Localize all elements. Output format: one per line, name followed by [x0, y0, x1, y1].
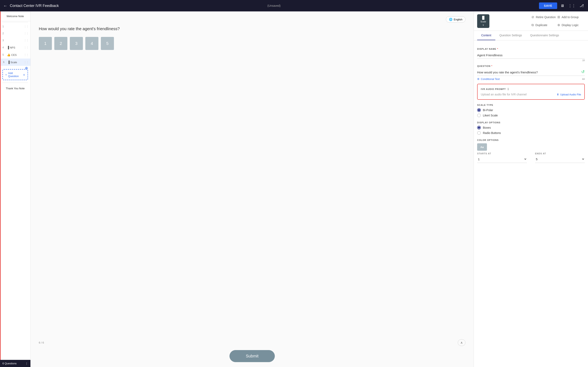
lang-icon: 🌐	[449, 18, 452, 21]
display-options: Boxes Radio Buttons	[477, 126, 585, 135]
required-star: *	[497, 48, 498, 50]
sidebar-item-q4[interactable]: 4 ▐ NPS ⋮⋮	[0, 44, 30, 51]
sidebar-item-thank-you[interactable]: Thank You Note	[0, 83, 30, 93]
retire-question-action[interactable]: ⊘ Retire Question	[531, 14, 555, 20]
sidebar-item-welcome[interactable]: Welcome Note	[0, 11, 30, 21]
drag-handle-2: ⋮⋮	[24, 32, 29, 35]
drag-handle-6: ⋮⋮	[24, 61, 29, 64]
starts-at-select[interactable]: 1 0	[477, 157, 527, 161]
radio-buttons-option[interactable]: Radio Buttons	[477, 131, 585, 135]
starts-at-select-row[interactable]: 1 0	[477, 156, 527, 163]
page-info: 6 / 6	[39, 341, 44, 344]
likert-label: Likert Scale	[483, 114, 498, 117]
nav-up-icon: ∧	[460, 341, 463, 344]
ends-at-col: ENDS AT 5 7 10	[535, 152, 585, 163]
boxes-label: Boxes	[483, 126, 491, 129]
refresh-icon[interactable]: ↺	[581, 69, 585, 74]
submit-button[interactable]: Submit	[229, 350, 275, 362]
conditional-text-button[interactable]: ⚙ Conditional Text	[477, 77, 500, 81]
bipolar-label: Bi-Polar	[483, 108, 493, 112]
ends-at-select-row[interactable]: 5 7 10	[535, 156, 585, 163]
save-button[interactable]: SAVE	[539, 2, 557, 9]
sidebar-item-q1[interactable]: 1 ⋮⋮	[0, 23, 30, 30]
sidebar-more-icon[interactable]: ⋮	[25, 362, 28, 365]
scale-box-4[interactable]: 4	[85, 37, 98, 50]
boxes-radio[interactable]	[477, 126, 481, 129]
scale-type-button[interactable]: ▐▌ Scale ∨	[477, 14, 489, 28]
page-title: Contact Center IVR Feedback	[10, 4, 263, 8]
sidebar-item-q2[interactable]: 2 ⋮⋮	[0, 30, 30, 37]
language-button[interactable]: 🌐 English	[446, 16, 466, 22]
display-name-count: 18	[477, 59, 585, 62]
retire-label: Retire Question	[536, 16, 555, 19]
questions-count: 6 Questions	[2, 362, 17, 365]
scale-box-1[interactable]: 1	[39, 37, 52, 50]
right-panel: ▐▌ Scale ∨ ⊘ Retire Question ⊞ Add to Gr…	[474, 11, 588, 367]
radio-buttons-label: Radio Buttons	[483, 131, 501, 134]
share-icon[interactable]: ⎇	[579, 3, 585, 9]
conditional-text-row: ⚙ Conditional Text 44	[477, 77, 585, 81]
tab-question-settings[interactable]: Question Settings	[495, 31, 526, 40]
sidebar-item-q3[interactable]: 3 ⋮⋮	[0, 37, 30, 44]
scale-box-2[interactable]: 2	[54, 37, 67, 50]
sidebar: Welcome Note 1 ⋮⋮ 2 ⋮⋮ 3 ⋮⋮ 4 ▐ NPS ⋮⋮ 5…	[0, 11, 31, 367]
scale-chevron-icon: ∨	[483, 24, 484, 26]
scale-box-5[interactable]: 5	[101, 37, 114, 50]
rp-tabs: Content Question Settings Questionnaire …	[474, 31, 588, 40]
menu-icon[interactable]: ⋮⋮	[567, 3, 576, 9]
question-label: QUESTION *	[477, 65, 585, 67]
add-question-circle[interactable]: ⊕	[25, 66, 28, 67]
scale-box-3[interactable]: 3	[70, 37, 83, 50]
sidebar-bottom: 6 Questions ⋮	[0, 360, 30, 367]
duplicate-label: Duplicate	[535, 24, 547, 27]
nav-up-button[interactable]: ∧	[458, 339, 466, 346]
display-logic-icon: ⊕	[557, 23, 560, 27]
rp-toolbar: ▐▌ Scale ∨ ⊘ Retire Question ⊞ Add to Gr…	[474, 11, 588, 31]
scale-icon: ▐	[8, 60, 9, 64]
drag-handle-4: ⋮⋮	[24, 46, 29, 49]
upload-label: Upload Audio File	[560, 93, 581, 96]
language-label: English	[454, 18, 462, 21]
upload-audio-button[interactable]: ⬆ Upload Audio File	[557, 93, 581, 96]
rp-actions: ⊘ Retire Question ⊞ Add to Group ⧉ Dupli…	[515, 14, 585, 28]
topbar: ← Contact Center IVR Feedback (Unsaved) …	[0, 0, 588, 11]
add-question-button[interactable]: + Add Question ∨	[2, 69, 28, 80]
bipolar-option[interactable]: Bi-Polar	[477, 108, 585, 112]
question-input[interactable]	[477, 69, 585, 76]
scale-toolbar-label: Scale	[480, 20, 486, 23]
unsaved-badge: (Unsaved)	[268, 4, 281, 7]
color-options-label: COLOR OPTIONS	[477, 139, 585, 141]
starts-at-label: STARTS AT	[477, 152, 527, 155]
likert-option[interactable]: Likert Scale	[477, 114, 585, 117]
color-swatch[interactable]: Aa	[477, 143, 487, 151]
tab-content[interactable]: Content	[477, 31, 495, 40]
boxes-option[interactable]: Boxes	[477, 126, 585, 129]
tab-questionnaire-settings[interactable]: Questionnaire Settings	[526, 31, 563, 40]
drag-handle-3: ⋮⋮	[24, 39, 29, 42]
duplicate-action[interactable]: ⧉ Duplicate	[531, 22, 555, 28]
likert-radio[interactable]	[477, 114, 481, 117]
display-logic-action[interactable]: ⊕ Display Logic	[557, 22, 581, 28]
question-display: How would you rate the agent's friendlin…	[39, 26, 466, 31]
bipolar-radio[interactable]	[477, 108, 481, 112]
main-layout: Welcome Note 1 ⋮⋮ 2 ⋮⋮ 3 ⋮⋮ 4 ▐ NPS ⋮⋮ 5…	[0, 11, 588, 367]
ivr-label: IVR AUDIO PROMPT	[481, 88, 506, 90]
ends-at-label: ENDS AT	[535, 152, 585, 155]
starts-at-col: STARTS AT 1 0	[477, 152, 527, 163]
ivr-audio-prompt-box: IVR AUDIO PROMPT ℹ Upload an audio file …	[477, 84, 585, 100]
retire-icon: ⊘	[531, 15, 534, 19]
ivr-info-icon[interactable]: ℹ	[508, 87, 509, 91]
radio-buttons-radio[interactable]	[477, 131, 481, 135]
display-name-input[interactable]	[477, 52, 585, 59]
monitor-icon[interactable]: 🖥	[560, 3, 565, 9]
display-options-label: DISPLAY OPTIONS	[477, 121, 585, 124]
add-to-group-action[interactable]: ⊞ Add to Group	[557, 14, 581, 20]
back-button[interactable]: ←	[3, 3, 7, 8]
drag-handle-5: ⋮⋮	[24, 53, 29, 56]
add-chevron-icon: ∨	[23, 73, 25, 76]
drag-handle-1: ⋮⋮	[24, 25, 29, 28]
sidebar-item-q5[interactable]: 5 👍 CES ⋮⋮	[0, 51, 30, 58]
ends-at-select[interactable]: 5 7 10	[535, 157, 585, 161]
sidebar-item-q6[interactable]: 6 ▐ Scale ⋮⋮	[0, 58, 30, 66]
nps-icon: ▐	[7, 46, 9, 49]
